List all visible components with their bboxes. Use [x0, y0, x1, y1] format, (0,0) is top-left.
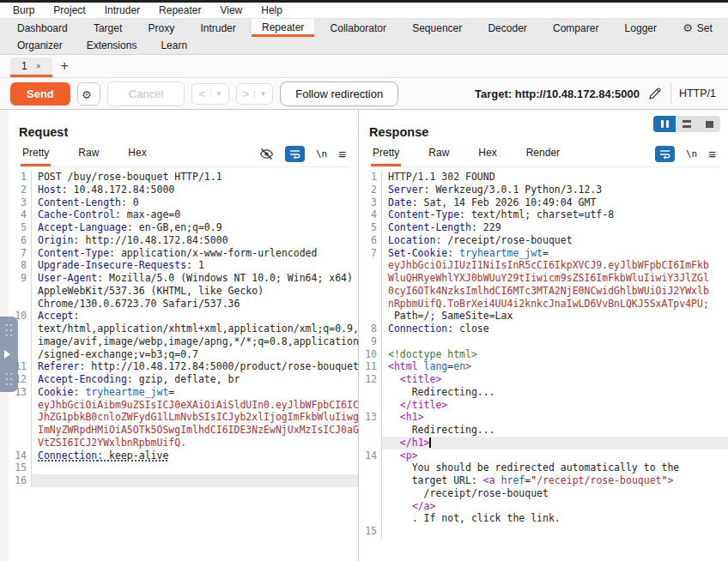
show-newlines-toggle[interactable]: \n [316, 148, 327, 160]
line-number [9, 424, 31, 437]
code-line: You should be redirected automatically t… [359, 461, 728, 474]
nav-tab-learn[interactable]: Learn [150, 39, 197, 51]
code-line: 8Connection: close [359, 323, 728, 335]
response-tab-render[interactable]: Render [525, 141, 561, 166]
history-back-button[interactable]: < ▼ [191, 83, 229, 105]
nav-tab-dashboard[interactable]: Dashboard [7, 19, 78, 37]
menu-view[interactable]: View [220, 4, 242, 16]
menu-intruder[interactable]: Intruder [105, 4, 140, 16]
line-number: 2 [9, 184, 31, 196]
request-tab-pretty[interactable]: Pretty [21, 141, 51, 166]
nav-tab-proxy[interactable]: Proxy [138, 19, 185, 37]
code-text [381, 525, 728, 538]
request-tab-raw[interactable]: Raw [76, 141, 100, 166]
nav-tab-target[interactable]: Target [83, 19, 132, 37]
nav-tab-organizer[interactable]: Organizer [7, 39, 73, 51]
editor-menu-icon[interactable]: ≡ [338, 150, 346, 159]
code-text: Connection: keep-alive [31, 449, 358, 462]
send-button[interactable]: Send [10, 82, 70, 106]
code-line: 5Accept-Language: en-GB,en;q=0.9 [9, 221, 358, 234]
nav-tab-settings[interactable]: Set [672, 19, 723, 37]
nav-tab-extensions[interactable]: Extensions [76, 39, 148, 51]
code-text: Content-Type: text/html; charset=utf-8 [381, 208, 728, 221]
word-wrap-toggle[interactable] [285, 146, 305, 162]
line-number: 10 [359, 348, 381, 361]
hide-eye-icon[interactable] [259, 148, 274, 160]
response-tab-pretty[interactable]: Pretty [371, 141, 401, 166]
repeater-tab-1[interactable]: 1 × [10, 57, 52, 77]
back-arrow-label: < [198, 87, 205, 100]
history-forward-button[interactable]: > ▼ [236, 83, 274, 105]
menu-burp[interactable]: Burp [13, 4, 34, 16]
response-tabs-group: PrettyRawHexRender [371, 141, 561, 166]
nav-tab-comparer[interactable]: Comparer [543, 19, 609, 37]
code-text: Set-Cookie: tryheartme_jwt= [381, 247, 728, 260]
code-line: 10Accept: [9, 310, 358, 323]
response-editor[interactable]: 1HTTP/1.1 302 FOUND2Server: Werkzeug/3.0… [359, 167, 728, 538]
edit-target-button[interactable] [647, 86, 663, 101]
gear-icon [682, 21, 697, 34]
word-wrap-toggle[interactable] [655, 146, 675, 162]
menu-project[interactable]: Project [53, 4, 85, 16]
nav-tab-repeater[interactable]: Repeater [252, 19, 314, 37]
response-tab-raw[interactable]: Raw [427, 141, 451, 166]
code-text: <p> [381, 449, 728, 462]
line-number [9, 285, 31, 298]
code-text: text/html,application/xhtml+xml,applicat… [31, 323, 359, 335]
text-cursor [429, 437, 431, 448]
code-text: nRpbmUifQ.ToBrXei4UU4i2knkcJnaIwLD6VvBnL… [381, 298, 728, 311]
code-text: Upgrade-Insecure-Requests: 1 [31, 259, 358, 272]
nav-tab-collaborator[interactable]: Collaborator [320, 19, 397, 37]
layout-rows-button[interactable] [676, 116, 698, 132]
line-number: 15 [359, 525, 381, 538]
line-number: 12 [359, 373, 381, 386]
close-tab-icon[interactable]: × [36, 62, 41, 71]
line-number: 1 [359, 171, 381, 184]
code-text: . If not, click the link. [381, 512, 728, 525]
code-line: Redirecting... [359, 386, 728, 399]
line-number: 7 [359, 247, 381, 260]
nav-tab-logger[interactable]: Logger [615, 19, 667, 37]
layout-single-button[interactable] [698, 116, 720, 132]
line-number [359, 500, 381, 513]
request-tab-hex[interactable]: Hex [126, 141, 148, 166]
line-number [359, 386, 381, 399]
send-settings-gear-button[interactable] [77, 82, 100, 106]
code-line: 9User-Agent: Mozilla/5.0 (Windows NT 10.… [9, 272, 358, 285]
request-editor[interactable]: 1POST /buy/rose-bouquet HTTP/1.12Host: 1… [9, 167, 358, 487]
line-number [359, 512, 381, 525]
line-number: 16 [9, 474, 31, 487]
collapse-panel-handle[interactable] [0, 317, 18, 392]
cancel-button[interactable]: Cancel [107, 81, 185, 106]
code-line: text/html,application/xhtml+xml,applicat… [9, 323, 358, 335]
nav-tab-sequencer[interactable]: Sequencer [402, 19, 472, 37]
response-view-tabs: PrettyRawHexRender \n ≡ [367, 141, 719, 167]
layout-columns-button[interactable] [653, 116, 676, 132]
code-line: 11Referer: http://10.48.172.84:5000/prod… [9, 360, 358, 373]
editor-menu-icon[interactable]: ≡ [708, 150, 716, 159]
line-number: 1 [9, 171, 31, 184]
line-number [359, 461, 381, 474]
code-text: Referer: http://10.48.172.84:5000/produc… [31, 360, 359, 373]
nav-tab-intruder[interactable]: Intruder [190, 19, 246, 37]
http-version-selector[interactable]: HTTP/1 [679, 87, 718, 100]
menu-help[interactable]: Help [261, 4, 282, 16]
main-tab-bar: DashboardTargetProxyIntruderRepeaterColl… [0, 19, 728, 55]
line-number [359, 310, 381, 323]
menu-repeater[interactable]: Repeater [159, 4, 201, 16]
code-text: ImNyZWRpdHMiOiA5OTk5OSwgImlhdCI6IDE3NzEw… [31, 424, 359, 437]
code-line: 7Set-Cookie: tryheartme_jwt= [359, 247, 728, 260]
follow-redirection-button[interactable]: Follow redirection [280, 81, 398, 106]
dropdown-caret-icon: ▼ [210, 90, 222, 98]
show-newlines-toggle[interactable]: \n [686, 148, 697, 160]
line-number: 13 [359, 411, 381, 424]
code-line: 11<html lang=en> [359, 360, 728, 373]
new-repeater-tab-button[interactable]: + [61, 58, 69, 74]
target-url: http://10.48.172.84:5000 [515, 87, 640, 100]
response-tab-hex[interactable]: Hex [476, 141, 498, 166]
nav-tab-decoder[interactable]: Decoder [477, 19, 537, 37]
code-line: 3Content-Length: 0 [9, 196, 358, 209]
code-line: Path=/; SameSite=Lax [359, 310, 728, 323]
code-text: target URL: <a href="/receipt/rose-bouqu… [381, 474, 728, 487]
repeater-tab-strip: 1 × + [0, 55, 728, 78]
